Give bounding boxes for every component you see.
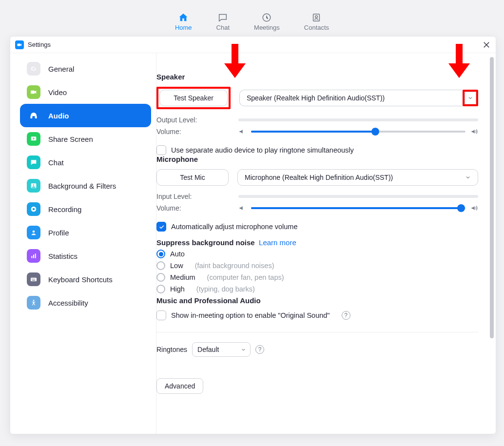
mic-volume-label: Volume: — [156, 204, 230, 212]
sidebar-item-label: Video — [48, 88, 67, 97]
sidebar-item-chat[interactable]: Chat — [20, 151, 151, 174]
sidebar-item-label: Recording — [48, 205, 81, 213]
sidebar-item-label: Background & Filters — [48, 182, 116, 190]
output-level-label: Output Level: — [156, 116, 230, 124]
contacts-icon — [311, 12, 322, 23]
sidebar-item-general[interactable]: General — [20, 57, 151, 80]
speaker-device-caret[interactable] — [465, 92, 476, 104]
chat-icon — [27, 155, 40, 169]
microphone-device-value: Microphone (Realtek High Definition Audi… — [245, 174, 393, 181]
settings-content-scroll[interactable]: Speaker Test Speaker Speaker (Realtek Hi… — [156, 53, 490, 434]
sidebar-item-label: Statistics — [48, 252, 78, 260]
sidebar-item-share-screen[interactable]: Share Screen — [20, 127, 151, 151]
svg-rect-16 — [31, 278, 37, 281]
suppress-option-high[interactable]: High (typing, dog barks) — [156, 285, 478, 293]
microphone-device-select[interactable]: Microphone (Realtek High Definition Audi… — [237, 169, 478, 186]
statistics-icon — [27, 249, 40, 263]
radio-label: Medium — [170, 273, 195, 281]
nav-home[interactable]: Home — [175, 12, 192, 31]
radio-icon — [156, 250, 165, 258]
sidebar-item-statistics[interactable]: Statistics — [20, 244, 151, 268]
help-icon[interactable]: ? — [342, 311, 350, 320]
svg-point-2 — [315, 16, 318, 18]
share-screen-icon — [27, 132, 40, 146]
svg-rect-19 — [34, 279, 35, 279]
chat-bubble-icon — [217, 12, 228, 23]
volume-high-icon — [470, 204, 478, 212]
checkbox-label: Automatically adjust microphone volume — [171, 223, 298, 231]
suppress-learn-more-link[interactable]: Learn more — [259, 238, 296, 247]
speaker-volume-label: Volume: — [156, 128, 230, 136]
sidebar-item-label: Chat — [48, 158, 64, 167]
sidebar-item-background[interactable]: Background & Filters — [20, 174, 151, 197]
output-level-meter — [238, 118, 478, 121]
sidebar-item-label: General — [48, 65, 74, 73]
input-level-label: Input Level: — [156, 193, 230, 200]
top-nav: Home Chat Meetings Contacts — [0, 0, 504, 34]
chevron-down-icon — [465, 175, 471, 180]
separate-ringtone-checkbox[interactable]: Use separate audio device to play ringto… — [156, 145, 478, 155]
suppress-heading: Suppress background noise — [156, 238, 255, 247]
svg-rect-5 — [31, 116, 32, 118]
titlebar: Settings — [10, 37, 496, 53]
svg-rect-17 — [32, 279, 32, 279]
radio-icon — [156, 285, 165, 293]
content-scrollbar[interactable] — [488, 56, 495, 431]
speaker-volume-slider[interactable] — [251, 131, 465, 133]
highlight-speaker-caret — [463, 90, 478, 106]
nav-label: Home — [175, 24, 192, 31]
gear-icon — [27, 62, 40, 76]
checkbox-box — [156, 222, 166, 232]
nav-contacts[interactable]: Contacts — [304, 12, 329, 31]
divider — [156, 332, 478, 332]
speaker-device-value: Speaker (Realtek High Definition Audio(S… — [247, 94, 385, 102]
svg-point-12 — [33, 231, 35, 233]
background-icon — [27, 179, 40, 193]
video-icon — [27, 85, 40, 99]
close-icon — [482, 40, 491, 49]
mic-volume-slider[interactable] — [251, 207, 465, 209]
input-level-meter — [238, 195, 478, 198]
help-icon[interactable]: ? — [255, 345, 264, 354]
sidebar-item-recording[interactable]: Recording — [20, 197, 151, 221]
radio-label: High — [170, 285, 185, 293]
ringtones-value: Default — [197, 346, 219, 353]
sidebar-item-label: Profile — [48, 229, 69, 237]
suppress-option-medium[interactable]: Medium (computer fan, pen taps) — [156, 273, 478, 282]
checkbox-box — [156, 310, 166, 320]
sidebar-item-keyboard-shortcuts[interactable]: Keyboard Shortcuts — [20, 268, 151, 291]
speaker-heading: Speaker — [156, 73, 478, 81]
radio-icon — [156, 261, 165, 270]
close-button[interactable] — [482, 40, 491, 49]
sidebar-item-profile[interactable]: Profile — [20, 221, 151, 244]
sidebar-item-accessibility[interactable]: Accessibility — [20, 291, 151, 314]
nav-chat[interactable]: Chat — [216, 12, 230, 31]
accessibility-icon — [27, 296, 40, 310]
svg-rect-13 — [31, 256, 32, 258]
original-sound-checkbox[interactable]: Show in-meeting option to enable "Origin… — [156, 310, 478, 320]
radio-label: Low — [170, 262, 183, 270]
sidebar-item-label: Keyboard Shortcuts — [48, 275, 113, 284]
radio-label: Auto — [170, 250, 185, 258]
music-heading: Music and Professional Audio — [156, 296, 478, 305]
test-mic-button[interactable]: Test Mic — [156, 169, 229, 186]
auto-adjust-checkbox[interactable]: Automatically adjust microphone volume — [156, 222, 478, 232]
test-speaker-button[interactable]: Test Speaker — [159, 90, 228, 106]
window-title: Settings — [28, 41, 51, 48]
settings-sidebar: General Video Audio Share Screen Chat Ba… — [10, 53, 156, 434]
microphone-heading: Microphone — [156, 155, 478, 163]
suppress-option-auto[interactable]: Auto — [156, 250, 478, 258]
scrollbar-thumb[interactable] — [490, 57, 494, 338]
nav-meetings[interactable]: Meetings — [254, 12, 280, 31]
advanced-button[interactable]: Advanced — [156, 378, 203, 394]
svg-rect-18 — [33, 279, 34, 279]
ringtones-select[interactable]: Default — [192, 342, 251, 357]
speaker-device-select[interactable]: Speaker (Realtek High Definition Audio(S… — [239, 90, 463, 106]
sidebar-item-audio[interactable]: Audio — [20, 104, 151, 127]
svg-point-11 — [33, 208, 35, 211]
svg-rect-6 — [35, 116, 37, 118]
suppress-option-low[interactable]: Low (faint background noises) — [156, 261, 478, 270]
svg-rect-15 — [35, 253, 36, 258]
clock-icon — [261, 12, 272, 23]
sidebar-item-video[interactable]: Video — [20, 80, 151, 104]
